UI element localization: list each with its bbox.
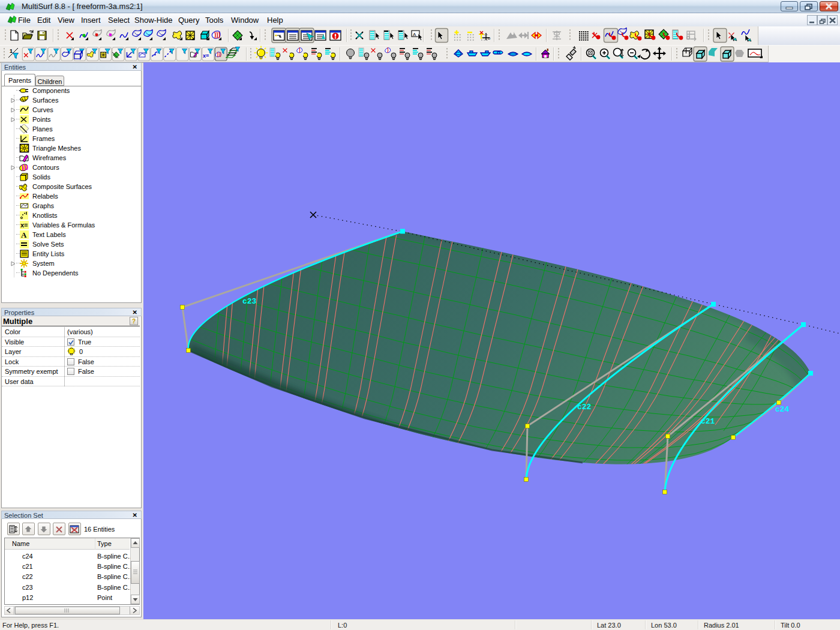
svg-text:c21: c21 bbox=[701, 417, 715, 426]
svg-text:c23: c23 bbox=[242, 297, 257, 306]
svg-text:A: A bbox=[21, 230, 27, 239]
svg-text:c24: c24 bbox=[775, 405, 790, 414]
svg-text:D: D bbox=[488, 37, 491, 40]
svg-text:x=: x= bbox=[20, 221, 28, 229]
svg-text:A: A bbox=[413, 32, 416, 37]
svg-text:i: i bbox=[26, 211, 26, 215]
svg-text:1: 1 bbox=[10, 48, 13, 54]
svg-text:x=: x= bbox=[203, 53, 209, 59]
svg-text:c22: c22 bbox=[577, 403, 592, 412]
